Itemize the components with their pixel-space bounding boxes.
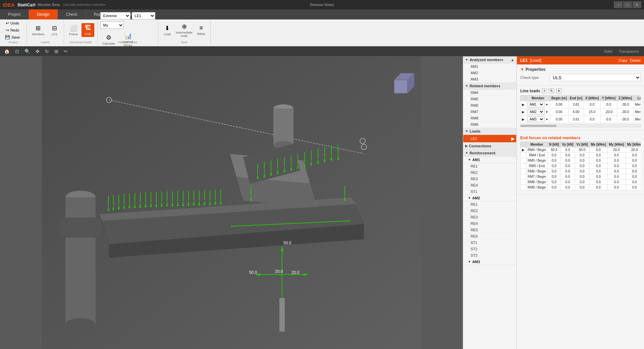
ef-my[interactable]: 0.0 [607,153,626,158]
row-z[interactable]: -30.0 [617,116,633,123]
ef-mx[interactable]: 0.0 [589,180,607,185]
undo-button[interactable]: ↩ Undo [3,20,22,27]
ef-mx[interactable]: 0.0 [589,185,607,190]
ef-my[interactable]: 0.0 [607,163,626,169]
frame-button[interactable]: ⬜ Frame [67,23,80,37]
members-button[interactable]: ⊞ Members [30,23,47,37]
ef-mz[interactable]: 20.0 [626,147,641,153]
zoom-region-button[interactable]: ⊞ [53,48,60,55]
row-location[interactable]: Member axis [633,108,641,116]
row-y[interactable]: 0.0 [600,101,617,108]
related-members-header[interactable]: ▼ Related members [463,83,516,90]
ef-vy[interactable]: 0.0 [560,180,575,185]
tree-am3[interactable]: AM3 [463,76,516,83]
row-z[interactable]: -30.0 [617,108,633,116]
calculate-button[interactable]: ⚙ Calculate [100,33,118,47]
end-forces-table-scroll[interactable]: Member N [kN] Vy [kN] Vz [kN] Mx [kNm] M… [520,142,641,190]
ef-my[interactable]: 0.0 [607,185,626,190]
row-member[interactable]: AM2 ▼ [526,108,550,116]
my-dropdown[interactable]: My [100,21,124,29]
analyzed-members-header[interactable]: ▼ Analyzed members ▲ [463,56,516,63]
home-view-button[interactable]: 🏠 [3,48,11,55]
intermediate-node-button[interactable]: ⊕ Intermediate node [175,21,194,39]
tree-am2[interactable]: AM2 [463,70,516,76]
tab-design[interactable]: Design [29,9,58,19]
internal-forces-button[interactable]: 📊 Internal forces [119,31,137,48]
tree-am1[interactable]: AM1 [463,63,516,70]
ef-mx[interactable]: 0.0 [589,163,607,169]
ef-my[interactable]: 0.0 [607,180,626,185]
ef-n[interactable]: 0.0 [548,163,560,169]
row-begin[interactable]: 0.00 [550,108,568,116]
row-y[interactable]: 0.0 [600,116,617,123]
tree-st3-am2[interactable]: ST3 [463,252,516,259]
tree-re5-am2[interactable]: RE5 [463,227,516,233]
tree-le1[interactable]: LE1 ▶ [463,135,516,143]
member-dropdown-0[interactable]: ▼ [545,103,548,106]
row-expand[interactable]: ▶ [521,101,526,108]
ef-vz[interactable]: 0.0 [575,174,589,180]
maximize-button[interactable]: □ [623,1,632,8]
rotate-button[interactable]: ↻ [44,48,50,55]
tree-rm7[interactable]: RM7 [463,109,516,115]
ef-my[interactable]: 0.0 [607,174,626,180]
row-begin[interactable]: 0.00 [550,101,568,108]
ef-mx[interactable]: 0.0 [589,153,607,158]
table-scrollbar[interactable] [520,124,641,127]
ef-vy[interactable]: 0.0 [560,147,575,153]
ef-mz[interactable]: 0.0 [626,163,641,169]
member-dropdown-2[interactable]: ▼ [545,118,548,121]
reinforcement-am1-header[interactable]: ▼ AM1 [463,157,516,163]
cad-button[interactable]: 🏗 CAD [82,23,94,37]
close-button[interactable]: ✕ [633,1,641,8]
ef-vy[interactable]: 0.0 [560,153,575,158]
line-loads-add-button[interactable]: + [542,88,547,93]
zoom-button[interactable]: 🔍 [23,48,32,55]
line-loads-edit-button[interactable]: ✎ [549,88,554,93]
ef-mz[interactable]: 0.0 [626,169,641,174]
tree-re6-am2[interactable]: RE6 [463,233,516,240]
member-select-2[interactable]: AM3 [528,116,544,122]
row-x[interactable]: 0.0 [584,101,601,108]
row-end[interactable]: 3.61 [568,116,584,123]
copy-button[interactable]: Copy [619,58,628,62]
ef-mx[interactable]: 0.0 [589,147,607,153]
member-dropdown-1[interactable]: ▼ [545,110,548,114]
tree-re2-am2[interactable]: RE2 [463,208,516,214]
ef-mx[interactable]: 0.0 [589,158,607,163]
zoom-fit-button[interactable]: ⊡ [14,48,20,55]
row-expand[interactable]: ▶ [521,116,526,123]
pan-button[interactable]: ✥ [34,48,41,55]
rebar-button[interactable]: ≡ Rebar [195,23,208,37]
section-cut-button[interactable]: ✂ [62,48,69,55]
redo-button[interactable]: ↪ Redo [3,27,22,34]
extreme-dropdown[interactable]: Extreme [100,12,130,19]
ef-n[interactable]: 0.0 [548,174,560,180]
tree-st2-am2[interactable]: ST2 [463,246,516,252]
save-button[interactable]: 💾 Save [3,34,22,41]
tree-re4-am2[interactable]: RE4 [463,220,516,227]
ef-vy[interactable]: 0.0 [560,185,575,190]
ef-vz[interactable]: 50.0 [575,147,589,153]
connections-header[interactable]: ▶ Connections [463,143,516,150]
line-loads-delete-button[interactable]: ✕ [556,88,561,93]
lcs-button[interactable]: ⊟ LCS [48,23,61,37]
ef-vz[interactable]: 0.0 [575,163,589,169]
ef-n[interactable]: 0.0 [548,153,560,158]
reinforcement-am3-header[interactable]: ▼ AM3 [463,259,516,265]
tree-rm4[interactable]: RM4 [463,90,516,96]
le1-dropdown[interactable]: LE1 [132,12,155,19]
tree-re1-am2[interactable]: RE1 [463,201,516,208]
3d-viewport[interactable]: 50.0 50.0 20.0 20.0 [0,56,463,349]
row-member[interactable]: AM3 ▼ [526,116,550,123]
ef-n[interactable]: 0.0 [548,180,560,185]
ef-mx[interactable]: 0.0 [589,169,607,174]
ef-vz[interactable]: 0.0 [575,169,589,174]
row-x[interactable]: 15.0 [584,108,601,116]
reinforcement-header[interactable]: ▼ Reinforcement [463,150,516,157]
tab-project[interactable]: Project [0,9,29,19]
ef-vy[interactable]: 0.0 [560,163,575,169]
tree-st1-am1[interactable]: ST1 [463,189,516,195]
ef-n[interactable]: 0.0 [548,169,560,174]
ef-mz[interactable]: 0.0 [626,185,641,190]
